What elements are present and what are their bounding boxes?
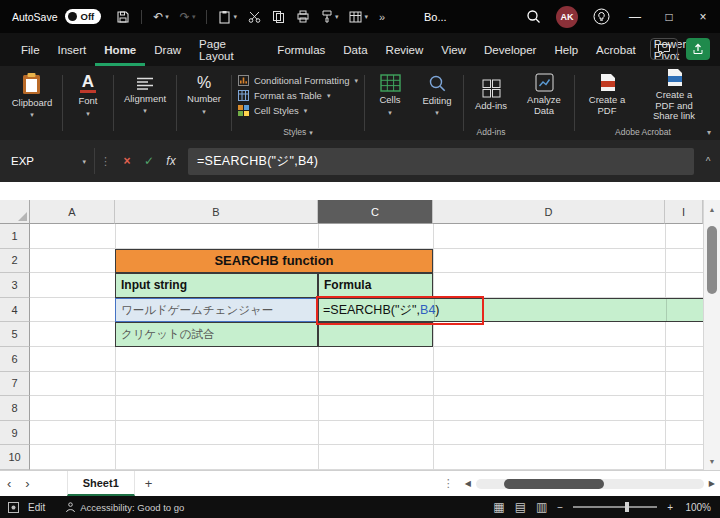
format-as-table-icon bbox=[238, 90, 249, 101]
formula-bar-collapse-icon[interactable]: ^ bbox=[698, 156, 718, 167]
page-layout-view-button[interactable]: ▤ bbox=[515, 501, 526, 513]
tab-help[interactable]: Help bbox=[545, 33, 587, 66]
cut-button[interactable] bbox=[248, 10, 261, 23]
create-pdf-share-button[interactable]: Create a PDF and Share link bbox=[641, 68, 707, 123]
drag-handle-icon[interactable]: ⋮ bbox=[95, 155, 116, 168]
scroll-left-icon[interactable]: ◀ bbox=[460, 479, 476, 488]
cell-b4-referenced[interactable]: ワールドゲームチェンジャー bbox=[115, 298, 318, 323]
tab-view[interactable]: View bbox=[432, 33, 475, 66]
row-header-9[interactable]: 9 bbox=[0, 421, 30, 446]
row-header-2[interactable]: 2 bbox=[0, 249, 30, 274]
print-button[interactable] bbox=[296, 10, 310, 23]
tab-acrobat[interactable]: Acrobat bbox=[587, 33, 645, 66]
scroll-down-icon[interactable]: ▼ bbox=[704, 458, 720, 465]
autosave-pill[interactable]: Off bbox=[65, 9, 102, 24]
formula-input[interactable]: =SEARCHB("ジ",B4) bbox=[188, 148, 694, 175]
horizontal-scrollbar[interactable] bbox=[476, 479, 704, 489]
accessibility-status[interactable]: Accessibility: Good to go bbox=[65, 502, 184, 513]
column-header-b[interactable]: B bbox=[115, 200, 318, 224]
column-header-i[interactable]: I bbox=[665, 200, 703, 224]
create-pdf-button[interactable]: Create a PDF bbox=[579, 73, 635, 117]
column-header-a[interactable]: A bbox=[30, 200, 115, 224]
cell-c5[interactable] bbox=[318, 322, 433, 347]
tab-formulas[interactable]: Formulas bbox=[268, 33, 334, 66]
zoom-slider[interactable] bbox=[573, 506, 657, 508]
row-header-10[interactable]: 10 bbox=[0, 445, 30, 470]
tab-page-layout[interactable]: Page Layout bbox=[190, 33, 268, 66]
addins-button[interactable]: Add-ins bbox=[470, 79, 512, 112]
close-button[interactable]: × bbox=[686, 0, 720, 33]
prev-sheet-icon[interactable]: ‹ bbox=[0, 476, 18, 491]
cell-styles-button[interactable]: Cell Styles ▾ bbox=[238, 105, 358, 116]
cancel-button[interactable]: × bbox=[116, 148, 138, 174]
undo-button[interactable]: ↶▾ bbox=[153, 11, 169, 23]
lightbulb-icon[interactable] bbox=[584, 0, 618, 33]
row-header-4[interactable]: 4 bbox=[0, 298, 30, 323]
tab-insert[interactable]: Insert bbox=[49, 33, 96, 66]
row-header-6[interactable]: 6 bbox=[0, 347, 30, 372]
next-sheet-icon[interactable]: › bbox=[18, 476, 36, 491]
tab-draw[interactable]: Draw bbox=[145, 33, 190, 66]
row-header-8[interactable]: 8 bbox=[0, 396, 30, 421]
autosave-toggle[interactable]: AutoSave Off bbox=[12, 9, 101, 24]
share-button[interactable] bbox=[686, 38, 710, 60]
insert-function-button[interactable]: fx bbox=[160, 148, 182, 174]
scroll-up-icon[interactable]: ▲ bbox=[704, 206, 720, 213]
save-icon[interactable] bbox=[116, 10, 130, 24]
search-icon[interactable] bbox=[516, 0, 550, 33]
tab-splitter-icon[interactable]: ⋮ bbox=[437, 477, 460, 490]
vertical-scroll-thumb[interactable] bbox=[707, 226, 717, 294]
zoom-out-button[interactable]: − bbox=[557, 502, 563, 513]
maximize-button[interactable]: □ bbox=[652, 0, 686, 33]
vertical-scrollbar[interactable]: ▲ ▼ bbox=[703, 200, 720, 470]
row-header-1[interactable]: 1 bbox=[0, 224, 30, 249]
scroll-right-icon[interactable]: ▶ bbox=[704, 479, 720, 488]
enter-button[interactable]: ✓ bbox=[138, 148, 160, 174]
horizontal-scroll-thumb[interactable] bbox=[504, 479, 604, 489]
cell-b3-input-header[interactable]: Input string bbox=[115, 273, 318, 298]
ribbon-collapse-icon[interactable]: ▾ bbox=[707, 128, 711, 137]
column-header-d[interactable]: D bbox=[433, 200, 665, 224]
cell-b2-title[interactable]: SEARCHB function bbox=[115, 249, 433, 274]
conditional-formatting-button[interactable]: Conditional Formatting ▾ bbox=[238, 75, 358, 86]
cells-button[interactable]: Cells ▾ bbox=[374, 74, 405, 116]
tab-home[interactable]: Home bbox=[95, 33, 145, 66]
name-box[interactable]: EXP ▾ bbox=[3, 148, 95, 174]
macro-record-icon[interactable] bbox=[8, 502, 19, 513]
zoom-level[interactable]: 100% bbox=[683, 502, 711, 513]
qat-overflow-icon[interactable]: » bbox=[379, 11, 385, 23]
alignment-button[interactable]: Alignment ▾ bbox=[119, 76, 171, 115]
styles-group-label-row[interactable]: Styles ▾ bbox=[234, 124, 362, 140]
redo-button[interactable]: ↷▾ bbox=[180, 11, 196, 23]
comments-button[interactable] bbox=[650, 38, 678, 60]
analyze-data-button[interactable]: Analyze Data bbox=[516, 73, 572, 117]
format-painter-button[interactable]: ▾ bbox=[321, 10, 339, 23]
row-header-5[interactable]: 5 bbox=[0, 322, 30, 347]
copy-button[interactable] bbox=[272, 10, 285, 23]
minimize-button[interactable]: — bbox=[618, 0, 652, 33]
row-header-7[interactable]: 7 bbox=[0, 372, 30, 397]
table-button[interactable]: ▾ bbox=[349, 11, 368, 23]
clipboard-button[interactable]: Clipboard ▾ bbox=[7, 72, 58, 119]
format-as-table-button[interactable]: Format as Table ▾ bbox=[238, 90, 358, 101]
editing-button[interactable]: Editing ▾ bbox=[417, 74, 456, 117]
paste-button[interactable]: ▾ bbox=[218, 10, 237, 24]
cell-b5[interactable]: クリケットの試合 bbox=[115, 322, 318, 347]
cell-c3-formula-header[interactable]: Formula bbox=[318, 273, 433, 298]
tab-review[interactable]: Review bbox=[377, 33, 433, 66]
number-button[interactable]: % Number ▾ bbox=[182, 75, 226, 115]
page-break-view-button[interactable]: ▥ bbox=[536, 501, 547, 513]
zoom-slider-knob[interactable] bbox=[625, 502, 629, 512]
tab-developer[interactable]: Developer bbox=[475, 33, 545, 66]
sheet-tab-sheet1[interactable]: Sheet1 bbox=[67, 471, 135, 496]
add-sheet-button[interactable]: + bbox=[135, 476, 163, 491]
select-all-corner[interactable] bbox=[0, 200, 30, 224]
normal-view-button[interactable]: ▦ bbox=[493, 501, 504, 513]
account-avatar[interactable]: AK bbox=[550, 0, 584, 33]
zoom-in-button[interactable]: + bbox=[667, 502, 673, 513]
column-header-c[interactable]: C bbox=[318, 200, 433, 224]
tab-file[interactable]: File bbox=[12, 33, 49, 66]
font-button[interactable]: A Font ▾ bbox=[73, 73, 102, 117]
tab-data[interactable]: Data bbox=[334, 33, 376, 66]
row-header-3[interactable]: 3 bbox=[0, 273, 30, 298]
